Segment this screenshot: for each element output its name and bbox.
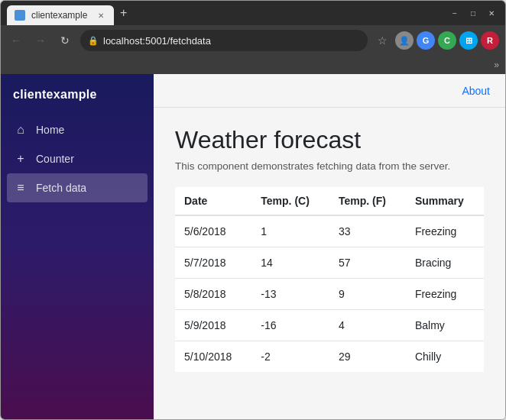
profile-icon-windows[interactable]: ⊞ [459,31,478,50]
cell-date-0: 5/6/2018 [175,215,251,247]
cell-summary-2: Freezing [406,279,484,310]
col-summary: Summary [406,187,484,215]
forward-button[interactable]: → [31,31,50,50]
cell-tempf-1: 57 [329,247,406,279]
page-subtitle: This component demonstrates fetching dat… [175,160,484,172]
maximize-button[interactable]: □ [465,5,481,21]
table-row: 5/6/2018 1 33 Freezing [175,215,484,247]
cell-tempc-3: -16 [251,310,329,341]
profile-icon-1[interactable]: 👤 [395,31,414,50]
col-date: Date [175,187,251,215]
table-header-row: Date Temp. (C) Temp. (F) Summary [175,187,484,215]
col-temp-c: Temp. (C) [251,187,329,215]
profile-icons: 👤 G C ⊞ R [395,31,499,50]
cell-date-3: 5/9/2018 [175,310,251,341]
cell-tempc-1: 14 [251,247,329,279]
cell-summary-4: Chilly [406,341,484,373]
sidebar-item-fetchdata[interactable]: ≡ Fetch data [7,173,148,202]
table-row: 5/10/2018 -2 29 Chilly [175,341,484,373]
page-title: Weather forecast [175,126,484,154]
main-content: About Weather forecast This component de… [154,74,505,419]
cell-tempf-3: 4 [329,310,406,341]
cell-tempc-2: -13 [251,279,329,310]
weather-table: Date Temp. (C) Temp. (F) Summary 5/6/201… [175,187,484,372]
table-row: 5/8/2018 -13 9 Freezing [175,279,484,310]
browser-tab[interactable]: clientexample ✕ [7,5,114,25]
star-icon[interactable]: ☆ [374,32,391,49]
cell-tempf-2: 9 [329,279,406,310]
cell-tempf-0: 33 [329,215,406,247]
profile-icon-c[interactable]: C [438,31,456,50]
tab-title: clientexample [31,10,87,21]
sidebar-item-home[interactable]: ⌂ Home [1,115,154,144]
counter-icon: + [13,152,28,166]
lock-icon: 🔒 [88,36,99,46]
tab-close-button[interactable]: ✕ [96,10,106,21]
cell-date-2: 5/8/2018 [175,279,251,310]
about-link[interactable]: About [462,85,490,97]
sidebar-item-fetchdata-label: Fetch data [36,182,86,194]
close-button[interactable]: ✕ [484,5,499,21]
sidebar-item-counter-label: Counter [36,153,74,165]
top-nav: About [154,74,505,108]
browser-window: clientexample ✕ + − □ ✕ ← → ↻ 🔒 ☆ 👤 G C … [0,0,506,420]
cell-date-1: 5/7/2018 [175,247,251,279]
cell-summary-3: Balmy [406,310,484,341]
window-controls: − □ ✕ [447,5,499,21]
cell-tempc-0: 1 [251,215,329,247]
address-bar: ← → ↻ 🔒 ☆ 👤 G C ⊞ R [1,25,505,56]
profile-icon-g[interactable]: G [417,31,435,50]
refresh-button[interactable]: ↻ [56,31,74,50]
col-temp-f: Temp. (F) [329,187,406,215]
table-header: Date Temp. (C) Temp. (F) Summary [175,187,484,215]
home-icon: ⌂ [13,123,28,137]
address-input[interactable] [80,30,368,51]
cell-tempc-4: -2 [251,341,329,373]
app-title: clientexample [1,74,154,115]
app-content: clientexample ⌂ Home + Counter ≡ Fetch d… [1,74,505,419]
cell-tempf-4: 29 [329,341,406,373]
sidebar-item-home-label: Home [36,124,64,136]
minimize-button[interactable]: − [447,5,462,21]
content-area: Weather forecast This component demonstr… [154,108,505,419]
fetchdata-icon: ≡ [13,181,28,195]
extensions-bar: » [1,56,505,74]
cell-date-4: 5/10/2018 [175,341,251,373]
tab-favicon [15,10,25,21]
profile-icon-r[interactable]: R [481,31,499,50]
tab-area: clientexample ✕ + [7,1,447,25]
address-actions: ☆ 👤 G C ⊞ R [374,31,499,50]
table-row: 5/7/2018 14 57 Bracing [175,247,484,279]
cell-summary-0: Freezing [406,215,484,247]
table-body: 5/6/2018 1 33 Freezing 5/7/2018 14 57 Br… [175,215,484,372]
address-container: 🔒 [80,30,368,51]
title-bar: clientexample ✕ + − □ ✕ [1,1,505,25]
back-button[interactable]: ← [7,31,25,50]
sidebar-item-counter[interactable]: + Counter [1,144,154,173]
table-row: 5/9/2018 -16 4 Balmy [175,310,484,341]
extensions-chevron[interactable]: » [494,60,499,70]
cell-summary-1: Bracing [406,247,484,279]
sidebar: clientexample ⌂ Home + Counter ≡ Fetch d… [1,74,154,419]
new-tab-button[interactable]: + [114,1,133,25]
